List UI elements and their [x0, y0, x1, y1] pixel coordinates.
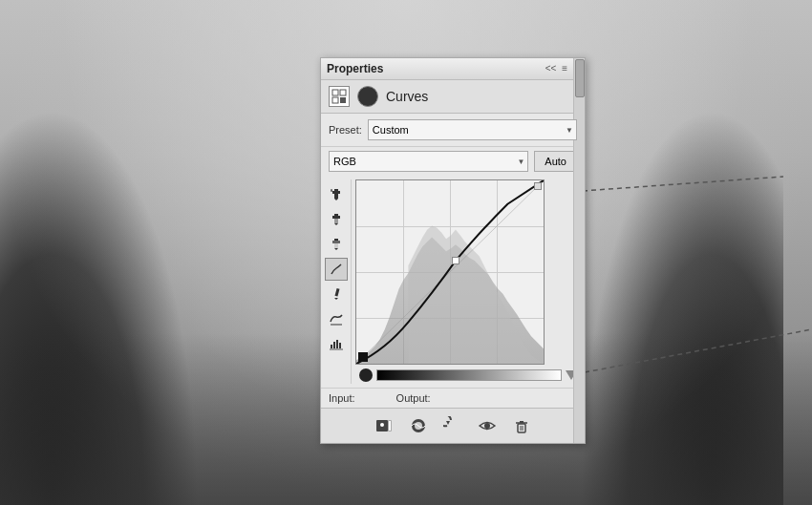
- svg-rect-31: [389, 421, 391, 431]
- svg-rect-4: [332, 97, 338, 103]
- properties-panel: Properties << ≡ × Curves Preset: Custom …: [320, 57, 586, 444]
- eyedropper-black-tool[interactable]: [325, 183, 348, 206]
- eyedropper-sample-tool[interactable]: [325, 233, 348, 256]
- svg-rect-6: [334, 189, 338, 191]
- svg-rect-23: [333, 342, 335, 348]
- panel-titlebar: Properties << ≡ ×: [321, 58, 585, 80]
- output-value: [450, 392, 453, 404]
- pencil-tool[interactable]: [325, 283, 348, 305]
- channel-row: RGB Red Green Blue ▼ Auto: [321, 147, 585, 176]
- svg-rect-15: [334, 239, 338, 241]
- svg-rect-11: [334, 214, 338, 216]
- svg-rect-8: [334, 194, 338, 199]
- pixel-mask-button[interactable]: [407, 414, 430, 437]
- panel-scrollbar[interactable]: [573, 58, 585, 443]
- collapse-button[interactable]: <<: [545, 64, 557, 74]
- main-content: [321, 176, 585, 388]
- preset-row: Preset: Custom Default Strong Contrast L…: [321, 114, 585, 147]
- smooth-tool[interactable]: [325, 307, 348, 330]
- svg-marker-9: [334, 199, 338, 200]
- control-point[interactable]: [452, 257, 459, 264]
- svg-rect-3: [340, 90, 346, 95]
- input-label: Input:: [329, 392, 355, 404]
- svg-rect-17: [334, 243, 338, 248]
- svg-rect-13: [334, 219, 338, 223]
- svg-rect-22: [331, 345, 332, 348]
- panel-header: Curves: [321, 80, 585, 114]
- curve-tool[interactable]: [325, 258, 348, 281]
- svg-marker-18: [334, 248, 338, 250]
- auto-button[interactable]: Auto: [534, 151, 577, 172]
- output-label: Output:: [396, 392, 431, 404]
- menu-button[interactable]: ≡: [562, 64, 567, 74]
- white-point[interactable]: [534, 182, 542, 190]
- history-button[interactable]: [441, 414, 464, 437]
- svg-rect-24: [336, 340, 338, 348]
- channel-select-wrapper[interactable]: RGB Red Green Blue ▼: [329, 151, 528, 172]
- preset-select-wrapper[interactable]: Custom Default Strong Contrast Lighter D…: [368, 119, 577, 140]
- channel-select[interactable]: RGB Red Green Blue: [329, 151, 528, 172]
- svg-rect-10: [331, 189, 332, 192]
- curves-title: Curves: [386, 89, 428, 104]
- input-output-row: Input: Output:: [321, 388, 585, 408]
- grid-icon: [329, 86, 350, 107]
- svg-rect-7: [332, 191, 340, 194]
- adjustment-icon: [357, 86, 378, 107]
- gradient-bar: [376, 369, 562, 381]
- black-point[interactable]: [358, 352, 368, 362]
- eyedropper-white-tool[interactable]: [325, 208, 348, 231]
- black-point-slider[interactable]: [359, 368, 373, 382]
- svg-rect-29: [380, 423, 384, 427]
- svg-rect-12: [332, 216, 340, 219]
- curves-graph[interactable]: [355, 179, 545, 365]
- svg-marker-14: [334, 223, 338, 225]
- preset-select[interactable]: Custom Default Strong Contrast Lighter D…: [368, 119, 577, 140]
- curves-area: [352, 179, 585, 384]
- delete-button[interactable]: [510, 414, 533, 437]
- svg-point-35: [484, 423, 490, 429]
- svg-marker-34: [446, 421, 450, 425]
- panel-footer: [321, 408, 585, 443]
- svg-rect-16: [332, 241, 340, 243]
- add-mask-button[interactable]: [373, 414, 395, 437]
- bottom-controls: [355, 367, 581, 384]
- svg-rect-25: [339, 343, 341, 348]
- panel-title: Properties: [327, 62, 383, 75]
- curve-svg: [356, 180, 544, 364]
- scrollbar-thumb[interactable]: [575, 59, 585, 97]
- svg-rect-2: [332, 90, 338, 95]
- svg-rect-36: [518, 424, 525, 432]
- visibility-button[interactable]: [476, 414, 499, 437]
- levels-tool[interactable]: [325, 332, 348, 355]
- input-value: [374, 392, 377, 404]
- preset-label: Preset:: [329, 124, 362, 136]
- tools-sidebar: [321, 179, 352, 384]
- svg-rect-19: [334, 288, 339, 297]
- svg-rect-38: [520, 421, 524, 423]
- svg-rect-5: [340, 97, 346, 103]
- svg-marker-20: [334, 298, 338, 300]
